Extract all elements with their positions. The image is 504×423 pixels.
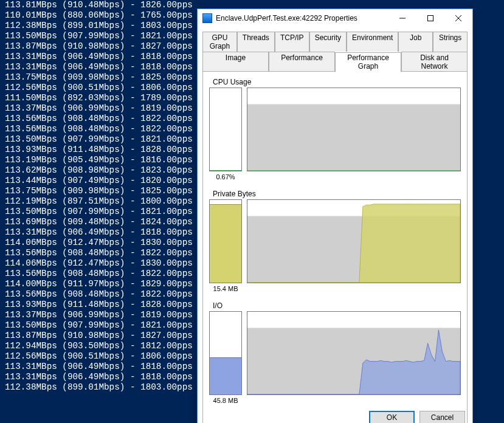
cpu-usage-title: CPU Usage [213,78,461,86]
app-icon [202,13,212,23]
tab-gpu-graph[interactable]: GPU Graph [202,32,237,52]
io-history-graph [247,311,461,395]
ok-button[interactable]: OK [369,411,415,423]
io-title: I/O [213,301,461,310]
close-button[interactable] [444,9,472,27]
tab-performance-graph[interactable]: Performance Graph [335,52,401,72]
maximize-button[interactable] [416,9,444,27]
cpu-usage-history-graph [247,88,461,171]
tab-performance[interactable]: Performance [269,52,335,72]
tab-threads[interactable]: Threads [237,32,275,52]
cpu-usage-section: CPU Usage 0.67% [209,78,461,185]
private-bytes-mini-gauge [209,199,242,283]
io-value: 45.8 MB [209,397,242,404]
tab-disk-and-network[interactable]: Disk and Network [401,52,468,72]
cpu-usage-mini-gauge [209,88,242,171]
tab-strings[interactable]: Strings [433,32,468,52]
private-bytes-section: Private Bytes 15.4 MB [209,190,461,297]
tab-security[interactable]: Security [309,32,347,52]
tab-image[interactable]: Image [202,52,269,72]
svg-rect-0 [428,16,433,21]
private-bytes-history-graph [247,199,461,283]
properties-dialog: Enclave.UdpPerf.Test.exe:42292 Propertie… [197,9,473,423]
tab-environment[interactable]: Environment [347,32,398,52]
minimize-button[interactable] [388,9,416,27]
terminal-output: 113.81MBps (910.48Mbps) - 1826.00pps 110… [0,0,198,393]
cpu-usage-value: 0.67% [209,173,242,181]
private-bytes-value: 15.4 MB [209,285,242,292]
io-section: I/O 45.8 MB [209,301,461,408]
performance-graph-panel: CPU Usage 0.67% Private Bytes [202,71,468,423]
private-bytes-title: Private Bytes [213,190,461,198]
tab-tcpip[interactable]: TCP/IP [275,32,309,52]
io-mini-gauge [209,311,242,395]
title-bar[interactable]: Enclave.UdpPerf.Test.exe:42292 Propertie… [198,9,472,27]
cancel-button[interactable]: Cancel [419,411,465,423]
tab-job[interactable]: Job [398,32,433,52]
window-title: Enclave.UdpPerf.Test.exe:42292 Propertie… [216,14,388,22]
